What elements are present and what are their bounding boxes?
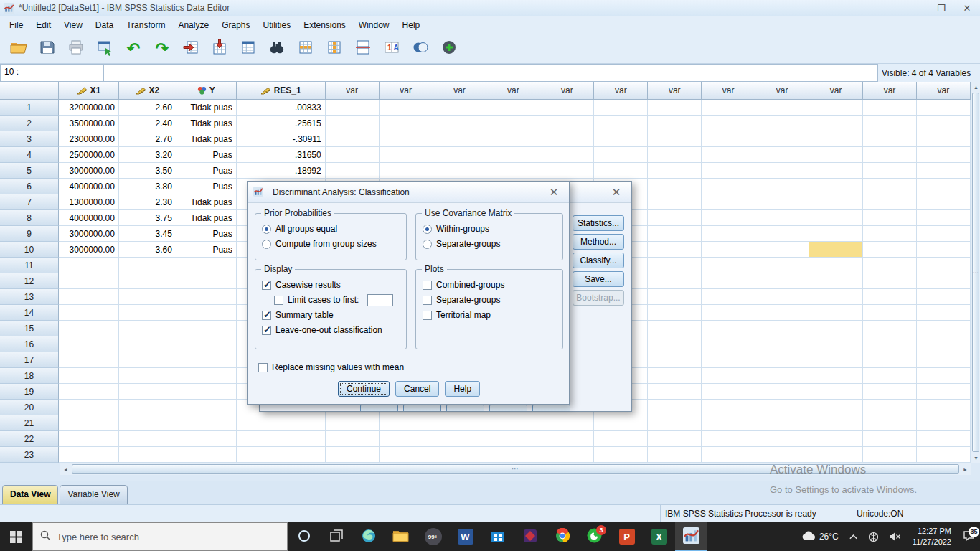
menu-item-analyze[interactable]: Analyze [171, 17, 215, 33]
grid-cell[interactable] [380, 415, 433, 431]
grid-cell[interactable]: 2500000.00 [59, 147, 119, 163]
grid-cell[interactable] [59, 336, 119, 352]
grid-cell[interactable] [755, 116, 809, 131]
checkbox-option-row[interactable]: Combined-groups [423, 279, 556, 291]
grid-cell[interactable] [755, 352, 809, 368]
grid-cell[interactable] [917, 100, 971, 116]
scroll-down-icon[interactable]: ▼ [971, 453, 980, 463]
grid-cell[interactable] [863, 242, 917, 258]
grid-cell[interactable] [119, 384, 176, 400]
grid-cell[interactable]: .00833 [237, 100, 326, 116]
purple-app-button[interactable] [514, 522, 546, 551]
checkbox[interactable] [274, 296, 283, 305]
row-header[interactable]: 22 [0, 431, 59, 447]
grid-cell[interactable] [176, 431, 237, 447]
grid-cell[interactable] [917, 368, 971, 384]
grid-cell[interactable] [702, 131, 755, 147]
grid-cell[interactable]: 3200000.00 [59, 100, 119, 116]
grid-cell[interactable] [755, 210, 809, 226]
row-header[interactable]: 4 [0, 147, 59, 163]
grid-cell[interactable] [237, 431, 326, 447]
grid-cell[interactable] [863, 226, 917, 242]
grid-cell[interactable] [809, 163, 863, 179]
excel-button[interactable]: X [643, 522, 675, 551]
scroll-right-icon[interactable]: ► [960, 463, 971, 475]
radio-option-row[interactable]: Separate-groups [423, 238, 556, 250]
grid-cell[interactable] [380, 131, 433, 147]
grid-cell[interactable] [863, 273, 917, 289]
grid-cell[interactable] [486, 447, 540, 463]
grid-cell[interactable] [59, 321, 119, 336]
row-header[interactable]: 8 [0, 210, 59, 226]
grid-cell[interactable] [809, 415, 863, 431]
grid-cell[interactable] [755, 179, 809, 194]
grid-cell[interactable] [594, 415, 648, 431]
column-header-var[interactable]: var [917, 82, 971, 100]
grid-cell[interactable]: 3.45 [119, 226, 176, 242]
row-header[interactable]: 3 [0, 131, 59, 147]
grid-cell[interactable]: 3.80 [119, 179, 176, 194]
row-header[interactable]: 10 [0, 242, 59, 258]
grid-cell[interactable] [755, 194, 809, 210]
grid-cell[interactable] [917, 415, 971, 431]
grid-cell[interactable] [119, 400, 176, 415]
edge-button[interactable] [352, 522, 385, 551]
tab-data-view[interactable]: Data View [2, 485, 58, 504]
grid-cell[interactable]: Tidak puas [176, 194, 237, 210]
grid-cell[interactable] [59, 305, 119, 321]
grid-cell[interactable] [702, 289, 755, 305]
grid-cell[interactable] [917, 179, 971, 194]
grid-cell[interactable] [648, 431, 702, 447]
grid-corner-cell[interactable] [0, 82, 59, 100]
grid-cell[interactable] [433, 116, 487, 131]
grid-cell[interactable] [755, 147, 809, 163]
custom-dialogs-button[interactable] [436, 36, 462, 62]
grid-cell[interactable]: Puas [176, 163, 237, 179]
column-header-var[interactable]: var [380, 82, 433, 100]
row-header[interactable]: 15 [0, 321, 59, 336]
grid-cell[interactable] [648, 384, 702, 400]
grid-cell[interactable] [326, 100, 380, 116]
grid-cell[interactable] [755, 258, 809, 273]
grid-cell[interactable] [59, 368, 119, 384]
cell-editor-field[interactable] [104, 64, 878, 82]
grid-cell[interactable]: Puas [176, 242, 237, 258]
grid-cell[interactable] [176, 352, 237, 368]
grid-cell[interactable]: Tidak puas [176, 100, 237, 116]
grid-cell[interactable] [917, 147, 971, 163]
menu-item-edit[interactable]: Edit [29, 17, 57, 33]
grid-cell[interactable] [917, 431, 971, 447]
menu-item-transform[interactable]: Transform [120, 17, 171, 33]
grid-cell[interactable] [809, 431, 863, 447]
replace-missing-checkbox-row[interactable]: Replace missing values with mean [258, 362, 404, 373]
obscured-button[interactable] [446, 404, 484, 412]
grid-cell[interactable] [917, 352, 971, 368]
powerpoint-button[interactable]: P [611, 522, 643, 551]
grid-cell[interactable] [326, 431, 380, 447]
grid-cell[interactable] [176, 258, 237, 273]
open-file-button[interactable] [6, 36, 32, 62]
grid-cell[interactable] [863, 336, 917, 352]
checkbox[interactable] [423, 311, 432, 320]
checkbox-option-row[interactable]: Summary table [262, 309, 400, 321]
grid-cell[interactable] [702, 242, 755, 258]
goto-variable-button[interactable] [207, 36, 232, 62]
row-header[interactable]: 12 [0, 273, 59, 289]
grid-cell[interactable] [702, 305, 755, 321]
grid-cell[interactable] [119, 258, 176, 273]
grid-cell[interactable]: 2.30 [119, 194, 176, 210]
maximize-icon[interactable]: ❐ [928, 0, 954, 16]
grid-cell[interactable] [702, 147, 755, 163]
grid-cell[interactable]: 3.75 [119, 210, 176, 226]
menu-item-graphs[interactable]: Graphs [215, 17, 256, 33]
grid-cell[interactable] [809, 210, 863, 226]
obscured-button[interactable] [489, 404, 527, 412]
grid-cell[interactable] [917, 384, 971, 400]
grid-cell[interactable] [540, 431, 594, 447]
grid-cell[interactable] [809, 147, 863, 163]
grid-cell[interactable] [119, 368, 176, 384]
grid-cell[interactable] [755, 321, 809, 336]
grid-cell[interactable] [755, 431, 809, 447]
grid-cell[interactable] [917, 226, 971, 242]
grid-cell[interactable] [863, 116, 917, 131]
